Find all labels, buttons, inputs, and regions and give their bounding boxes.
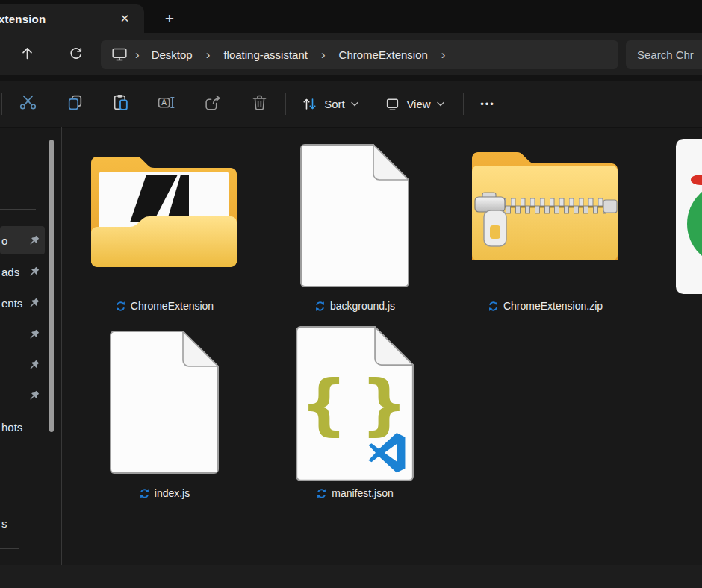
sidebar-item-documents[interactable]: ents xyxy=(0,289,45,317)
paste-button[interactable] xyxy=(103,87,137,120)
bottom-strip xyxy=(0,565,702,588)
sync-pending-icon xyxy=(115,301,126,312)
file-name: index.js xyxy=(155,487,190,499)
file-tile-manifest-json[interactable]: { } manifest.json xyxy=(269,322,441,506)
sidebar-item-screenshots[interactable]: hots xyxy=(0,413,45,441)
toolbar-separator xyxy=(463,93,464,115)
tab-title: xtension xyxy=(0,13,46,25)
trash-icon xyxy=(250,93,269,115)
breadcrumb-separator-icon[interactable]: › xyxy=(311,49,336,61)
pin-icon xyxy=(29,298,40,311)
cut-button[interactable] xyxy=(10,87,45,120)
tab-bar: xtension ✕ + xyxy=(0,0,702,33)
sync-pending-icon xyxy=(314,301,326,312)
toolbar-separator xyxy=(285,93,286,115)
sort-arrows-icon xyxy=(302,96,318,112)
file-tile-partial-image[interactable] xyxy=(676,139,702,295)
svg-text:A: A xyxy=(161,98,167,106)
rename-button[interactable]: A xyxy=(149,87,183,120)
up-arrow-icon xyxy=(20,46,34,63)
tab-close-icon[interactable]: ✕ xyxy=(116,10,134,28)
command-toolbar: A Sort View xyxy=(0,81,702,127)
sidebar-item-this-pc[interactable]: s xyxy=(0,509,45,537)
thumbnail-green-circle xyxy=(687,182,702,266)
breadcrumb-floating-assistant[interactable]: floating-assistant xyxy=(220,49,311,61)
refresh-icon xyxy=(69,46,83,63)
view-button[interactable]: View xyxy=(377,87,452,120)
copy-icon xyxy=(66,93,84,115)
file-tile-chromeextension-zip[interactable]: ChromeExtension.zip xyxy=(459,134,631,318)
more-dots-icon: ••• xyxy=(480,98,495,110)
pin-icon xyxy=(29,390,40,404)
sort-label: Sort xyxy=(324,98,345,110)
chevron-down-icon xyxy=(351,101,358,107)
chevron-down-icon xyxy=(437,101,444,107)
sidebar-item-downloads[interactable]: ads xyxy=(0,257,45,286)
toolbar-seam xyxy=(0,75,702,81)
up-button[interactable] xyxy=(13,41,41,68)
delete-button[interactable] xyxy=(242,87,276,120)
view-icon xyxy=(385,96,400,112)
file-tile-chromeextension-folder[interactable]: ChromeExtension xyxy=(78,134,250,318)
pin-icon xyxy=(29,360,40,373)
more-options-button[interactable]: ••• xyxy=(470,87,505,120)
file-name: background.js xyxy=(330,300,395,312)
sidebar-item-pinned-6[interactable] xyxy=(0,381,45,410)
refresh-button[interactable] xyxy=(61,41,90,68)
this-pc-monitor-icon xyxy=(111,47,128,62)
pin-icon xyxy=(29,329,40,343)
file-tile-background-js[interactable]: background.js xyxy=(269,134,441,318)
view-label: View xyxy=(406,98,430,110)
toolbar-separator xyxy=(1,93,2,115)
sidebar-divider xyxy=(0,548,19,549)
folder-icon xyxy=(91,149,237,272)
file-name: ChromeExtension xyxy=(131,300,214,312)
file-tile-index-js[interactable]: index.js xyxy=(78,322,250,506)
file-name: manifest.json xyxy=(332,487,393,499)
pin-icon xyxy=(29,266,40,280)
image-thumbnail-icon xyxy=(676,139,702,294)
share-icon xyxy=(204,93,223,115)
sync-pending-icon xyxy=(488,301,499,312)
copy-button[interactable] xyxy=(58,87,92,120)
document-icon xyxy=(300,144,409,290)
pane-divider[interactable] xyxy=(61,127,62,565)
search-input[interactable]: Search Chr xyxy=(626,40,702,69)
file-name: ChromeExtension.zip xyxy=(503,300,603,312)
sidebar-item-pinned-5[interactable] xyxy=(0,351,45,379)
rename-icon: A xyxy=(157,93,176,115)
breadcrumb-chromeextension[interactable]: ChromeExtension xyxy=(336,49,431,61)
sidebar-item-desktop[interactable]: o xyxy=(0,226,45,254)
breadcrumb-separator-icon[interactable]: › xyxy=(196,49,221,61)
breadcrumb-separator-icon: › xyxy=(128,49,149,61)
paste-clipboard-icon xyxy=(111,93,130,115)
thumbnail-red-shape xyxy=(691,175,702,185)
json-document-icon: { } xyxy=(296,326,414,484)
document-icon xyxy=(110,331,219,477)
breadcrumb-separator-icon[interactable]: › xyxy=(431,49,456,61)
share-button[interactable] xyxy=(196,87,230,120)
sidebar-divider xyxy=(0,209,36,210)
sort-button[interactable]: Sort xyxy=(296,87,364,120)
zip-folder-icon xyxy=(472,143,618,269)
navigation-bar: › Desktop › floating-assistant › ChromeE… xyxy=(0,33,702,75)
sidebar-scrollbar[interactable] xyxy=(49,140,54,432)
address-bar[interactable]: › Desktop › floating-assistant › ChromeE… xyxy=(101,40,618,69)
cut-scissors-icon xyxy=(19,93,37,115)
sidebar-item-pinned-4[interactable] xyxy=(0,320,45,348)
tab-chromeextension[interactable]: xtension ✕ xyxy=(0,4,144,33)
breadcrumb-desktop[interactable]: Desktop xyxy=(149,49,196,61)
sync-pending-icon xyxy=(316,488,327,499)
svg-text:{ }: { } xyxy=(300,366,408,443)
pin-icon xyxy=(29,235,40,248)
new-tab-button[interactable]: + xyxy=(156,7,183,30)
sync-pending-icon xyxy=(139,488,150,499)
